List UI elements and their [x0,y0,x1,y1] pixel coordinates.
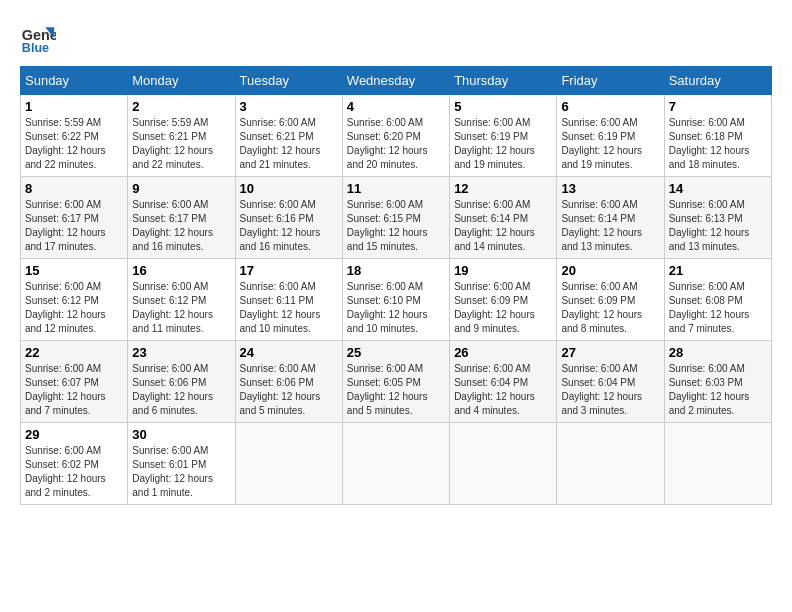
calendar-cell: 4Sunrise: 6:00 AM Sunset: 6:20 PM Daylig… [342,95,449,177]
day-number: 10 [240,181,338,196]
day-info: Sunrise: 6:00 AM Sunset: 6:08 PM Dayligh… [669,280,767,336]
calendar-cell: 1Sunrise: 5:59 AM Sunset: 6:22 PM Daylig… [21,95,128,177]
calendar-cell: 13Sunrise: 6:00 AM Sunset: 6:14 PM Dayli… [557,177,664,259]
day-info: Sunrise: 6:00 AM Sunset: 6:01 PM Dayligh… [132,444,230,500]
calendar-cell: 14Sunrise: 6:00 AM Sunset: 6:13 PM Dayli… [664,177,771,259]
calendar-cell: 10Sunrise: 6:00 AM Sunset: 6:16 PM Dayli… [235,177,342,259]
svg-text:Blue: Blue [22,41,49,55]
calendar-cell: 30Sunrise: 6:00 AM Sunset: 6:01 PM Dayli… [128,423,235,505]
column-header-monday: Monday [128,67,235,95]
day-info: Sunrise: 5:59 AM Sunset: 6:21 PM Dayligh… [132,116,230,172]
day-info: Sunrise: 6:00 AM Sunset: 6:17 PM Dayligh… [25,198,123,254]
calendar-cell [235,423,342,505]
calendar-cell: 26Sunrise: 6:00 AM Sunset: 6:04 PM Dayli… [450,341,557,423]
day-info: Sunrise: 6:00 AM Sunset: 6:07 PM Dayligh… [25,362,123,418]
calendar-cell: 3Sunrise: 6:00 AM Sunset: 6:21 PM Daylig… [235,95,342,177]
day-number: 24 [240,345,338,360]
day-info: Sunrise: 6:00 AM Sunset: 6:12 PM Dayligh… [132,280,230,336]
day-info: Sunrise: 6:00 AM Sunset: 6:02 PM Dayligh… [25,444,123,500]
logo: General Blue [20,20,60,56]
day-info: Sunrise: 6:00 AM Sunset: 6:04 PM Dayligh… [454,362,552,418]
calendar-cell: 25Sunrise: 6:00 AM Sunset: 6:05 PM Dayli… [342,341,449,423]
day-number: 2 [132,99,230,114]
day-info: Sunrise: 6:00 AM Sunset: 6:09 PM Dayligh… [454,280,552,336]
day-number: 25 [347,345,445,360]
calendar-cell [557,423,664,505]
day-number: 22 [25,345,123,360]
day-number: 28 [669,345,767,360]
day-info: Sunrise: 6:00 AM Sunset: 6:03 PM Dayligh… [669,362,767,418]
day-number: 7 [669,99,767,114]
calendar-cell: 19Sunrise: 6:00 AM Sunset: 6:09 PM Dayli… [450,259,557,341]
calendar-cell: 15Sunrise: 6:00 AM Sunset: 6:12 PM Dayli… [21,259,128,341]
day-number: 1 [25,99,123,114]
calendar-header-row: SundayMondayTuesdayWednesdayThursdayFrid… [21,67,772,95]
day-info: Sunrise: 6:00 AM Sunset: 6:06 PM Dayligh… [240,362,338,418]
day-number: 5 [454,99,552,114]
calendar-cell: 22Sunrise: 6:00 AM Sunset: 6:07 PM Dayli… [21,341,128,423]
day-number: 3 [240,99,338,114]
day-info: Sunrise: 6:00 AM Sunset: 6:12 PM Dayligh… [25,280,123,336]
day-number: 13 [561,181,659,196]
calendar-week-row: 29Sunrise: 6:00 AM Sunset: 6:02 PM Dayli… [21,423,772,505]
calendar-cell [342,423,449,505]
calendar-cell: 20Sunrise: 6:00 AM Sunset: 6:09 PM Dayli… [557,259,664,341]
day-number: 21 [669,263,767,278]
calendar-cell: 24Sunrise: 6:00 AM Sunset: 6:06 PM Dayli… [235,341,342,423]
day-number: 14 [669,181,767,196]
day-info: Sunrise: 6:00 AM Sunset: 6:20 PM Dayligh… [347,116,445,172]
calendar-cell: 5Sunrise: 6:00 AM Sunset: 6:19 PM Daylig… [450,95,557,177]
calendar-cell: 11Sunrise: 6:00 AM Sunset: 6:15 PM Dayli… [342,177,449,259]
day-info: Sunrise: 6:00 AM Sunset: 6:14 PM Dayligh… [454,198,552,254]
column-header-friday: Friday [557,67,664,95]
day-info: Sunrise: 6:00 AM Sunset: 6:21 PM Dayligh… [240,116,338,172]
day-info: Sunrise: 6:00 AM Sunset: 6:15 PM Dayligh… [347,198,445,254]
day-info: Sunrise: 6:00 AM Sunset: 6:16 PM Dayligh… [240,198,338,254]
calendar-cell: 29Sunrise: 6:00 AM Sunset: 6:02 PM Dayli… [21,423,128,505]
day-info: Sunrise: 6:00 AM Sunset: 6:13 PM Dayligh… [669,198,767,254]
column-header-sunday: Sunday [21,67,128,95]
calendar-cell: 8Sunrise: 6:00 AM Sunset: 6:17 PM Daylig… [21,177,128,259]
day-info: Sunrise: 5:59 AM Sunset: 6:22 PM Dayligh… [25,116,123,172]
day-info: Sunrise: 6:00 AM Sunset: 6:19 PM Dayligh… [454,116,552,172]
calendar-table: SundayMondayTuesdayWednesdayThursdayFrid… [20,66,772,505]
day-number: 26 [454,345,552,360]
day-number: 15 [25,263,123,278]
day-info: Sunrise: 6:00 AM Sunset: 6:09 PM Dayligh… [561,280,659,336]
page-header: General Blue [20,20,772,56]
day-number: 27 [561,345,659,360]
calendar-week-row: 22Sunrise: 6:00 AM Sunset: 6:07 PM Dayli… [21,341,772,423]
calendar-cell: 21Sunrise: 6:00 AM Sunset: 6:08 PM Dayli… [664,259,771,341]
day-info: Sunrise: 6:00 AM Sunset: 6:17 PM Dayligh… [132,198,230,254]
column-header-tuesday: Tuesday [235,67,342,95]
day-number: 23 [132,345,230,360]
calendar-cell: 18Sunrise: 6:00 AM Sunset: 6:10 PM Dayli… [342,259,449,341]
day-number: 16 [132,263,230,278]
calendar-cell: 28Sunrise: 6:00 AM Sunset: 6:03 PM Dayli… [664,341,771,423]
day-number: 4 [347,99,445,114]
day-number: 9 [132,181,230,196]
day-number: 6 [561,99,659,114]
calendar-cell: 16Sunrise: 6:00 AM Sunset: 6:12 PM Dayli… [128,259,235,341]
calendar-cell: 2Sunrise: 5:59 AM Sunset: 6:21 PM Daylig… [128,95,235,177]
column-header-saturday: Saturday [664,67,771,95]
day-number: 30 [132,427,230,442]
calendar-cell: 17Sunrise: 6:00 AM Sunset: 6:11 PM Dayli… [235,259,342,341]
calendar-cell: 6Sunrise: 6:00 AM Sunset: 6:19 PM Daylig… [557,95,664,177]
day-number: 17 [240,263,338,278]
day-info: Sunrise: 6:00 AM Sunset: 6:06 PM Dayligh… [132,362,230,418]
column-header-wednesday: Wednesday [342,67,449,95]
calendar-week-row: 1Sunrise: 5:59 AM Sunset: 6:22 PM Daylig… [21,95,772,177]
calendar-cell: 27Sunrise: 6:00 AM Sunset: 6:04 PM Dayli… [557,341,664,423]
day-info: Sunrise: 6:00 AM Sunset: 6:11 PM Dayligh… [240,280,338,336]
calendar-cell: 7Sunrise: 6:00 AM Sunset: 6:18 PM Daylig… [664,95,771,177]
day-info: Sunrise: 6:00 AM Sunset: 6:05 PM Dayligh… [347,362,445,418]
day-info: Sunrise: 6:00 AM Sunset: 6:19 PM Dayligh… [561,116,659,172]
calendar-cell: 23Sunrise: 6:00 AM Sunset: 6:06 PM Dayli… [128,341,235,423]
day-number: 29 [25,427,123,442]
day-number: 11 [347,181,445,196]
day-number: 12 [454,181,552,196]
day-number: 8 [25,181,123,196]
calendar-cell [664,423,771,505]
day-info: Sunrise: 6:00 AM Sunset: 6:18 PM Dayligh… [669,116,767,172]
